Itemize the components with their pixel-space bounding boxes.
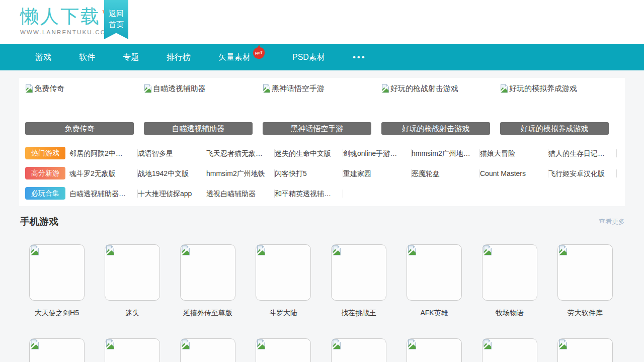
banner-caption[interactable]: 好玩的模拟养成游戏 bbox=[500, 122, 609, 135]
game-thumb-placeholder[interactable] bbox=[407, 244, 462, 301]
nav-item-vector[interactable]: 矢量素材 HOT bbox=[218, 52, 265, 63]
game-card[interactable] bbox=[95, 331, 170, 362]
game-card[interactable]: 大天使之剑H5 bbox=[19, 237, 95, 318]
nav-item-topics[interactable]: 专题 bbox=[123, 52, 139, 63]
view-more-link[interactable]: 查看更多 bbox=[599, 217, 625, 226]
site-logo[interactable]: 懒人下载★ WWW.LANRENTUKU.COM bbox=[20, 5, 112, 35]
logo-subtitle: WWW.LANRENTUKU.COM bbox=[20, 29, 112, 35]
banner-free-legend[interactable]: 免费传奇 免费传奇 bbox=[25, 83, 134, 135]
link-item[interactable]: hmmsim2广州地铁 bbox=[206, 169, 275, 177]
quick-links: 热门游戏 邻居的阿陕2中… 成语智多星 飞天忍者猫无敌… 迷失的生命中文版 剑魂… bbox=[25, 147, 619, 200]
game-title[interactable]: 劳大软件库 bbox=[547, 309, 623, 318]
banner-alt: 自瞄透视辅助器 bbox=[153, 84, 206, 93]
banner-caption[interactable]: 好玩的枪战射击游戏 bbox=[381, 122, 490, 135]
game-thumb-placeholder[interactable] bbox=[180, 338, 235, 362]
nav-item-games[interactable]: 游戏 bbox=[35, 52, 51, 63]
banner-caption[interactable]: 自瞄透视辅助器 bbox=[144, 122, 253, 135]
link-item[interactable]: 透视自瞄辅助器 bbox=[206, 190, 275, 198]
link-item[interactable]: 重建家园 bbox=[343, 169, 412, 177]
link-item[interactable]: 飞行姬安卓汉化版 bbox=[548, 169, 617, 177]
link-item[interactable]: 迷失的生命中文版 bbox=[275, 149, 343, 157]
game-thumb-placeholder[interactable] bbox=[331, 338, 386, 362]
banner-caption[interactable]: 黑神话悟空手游 bbox=[263, 122, 371, 135]
nav-item-more[interactable]: ••• bbox=[353, 52, 366, 62]
nav-item-rankings[interactable]: 排行榜 bbox=[167, 52, 191, 63]
game-thumb-placeholder[interactable] bbox=[180, 244, 235, 301]
game-thumb-placeholder[interactable] bbox=[331, 244, 386, 301]
game-card[interactable] bbox=[19, 331, 95, 362]
banner-sim[interactable]: 好玩的模拟养成游戏 好玩的模拟养成游戏 bbox=[500, 83, 609, 135]
nav-item-software[interactable]: 软件 bbox=[79, 52, 95, 63]
game-title[interactable]: 斗罗大陆 bbox=[246, 309, 321, 318]
link-item[interactable]: 飞天忍者猫无敌… bbox=[206, 149, 275, 157]
link-item[interactable]: hmmsim2广州地… bbox=[412, 149, 480, 157]
game-thumb-placeholder[interactable] bbox=[105, 338, 160, 362]
link-item[interactable]: 闪客快打5 bbox=[275, 169, 343, 177]
game-grid-row2 bbox=[19, 331, 625, 362]
banner-row: 免费传奇 免费传奇 自瞄透视辅助器 自瞄透视辅助器 黑神话悟空手游 黑神话悟空手… bbox=[25, 83, 619, 135]
banner-wukong[interactable]: 黑神话悟空手游 黑神话悟空手游 bbox=[263, 83, 371, 135]
game-card[interactable] bbox=[396, 331, 472, 362]
game-card[interactable] bbox=[170, 331, 246, 362]
game-card[interactable] bbox=[321, 331, 396, 362]
game-thumb-placeholder[interactable] bbox=[557, 338, 613, 362]
tag-must-play[interactable]: 必玩合集 bbox=[25, 187, 65, 200]
game-thumb-placeholder[interactable] bbox=[407, 338, 462, 362]
game-card[interactable] bbox=[547, 331, 623, 362]
link-item[interactable]: 自瞄透视辅助器… bbox=[69, 190, 138, 198]
banner-aim-assist[interactable]: 自瞄透视辅助器 自瞄透视辅助器 bbox=[144, 83, 253, 135]
broken-image-icon bbox=[558, 245, 568, 255]
nav-item-psd[interactable]: PSD素材 bbox=[292, 52, 325, 63]
game-card[interactable]: 劳大软件库 bbox=[547, 237, 623, 318]
game-card[interactable]: 找茬挑战王 bbox=[321, 237, 396, 318]
game-card[interactable]: 迷失 bbox=[95, 237, 170, 318]
broken-image-icon bbox=[332, 339, 341, 349]
link-row-hot-games: 热门游戏 邻居的阿陕2中… 成语智多星 飞天忍者猫无敌… 迷失的生命中文版 剑魂… bbox=[25, 147, 619, 159]
banner-alt: 黑神话悟空手游 bbox=[272, 84, 325, 93]
link-row-collections: 必玩合集 自瞄透视辅助器… 十大推理侦探app 透视自瞄辅助器 和平精英透视辅… bbox=[25, 187, 619, 200]
link-item[interactable]: Count Masters bbox=[480, 169, 548, 177]
link-item[interactable]: 猎人的生存日记… bbox=[548, 149, 617, 157]
game-title[interactable]: 大天使之剑H5 bbox=[19, 309, 95, 318]
game-thumb-placeholder[interactable] bbox=[557, 244, 613, 301]
link-item[interactable]: 魂斗罗2无敌版 bbox=[69, 169, 138, 177]
tag-high-score[interactable]: 高分新游 bbox=[25, 167, 65, 179]
link-item[interactable]: 恶魔轮盘 bbox=[412, 169, 480, 177]
game-card[interactable]: 斗罗大陆 bbox=[246, 237, 321, 318]
tag-hot-games[interactable]: 热门游戏 bbox=[25, 147, 65, 159]
game-thumb-placeholder[interactable] bbox=[256, 244, 311, 301]
game-thumb-placeholder[interactable] bbox=[29, 338, 85, 362]
game-thumb-placeholder[interactable] bbox=[29, 244, 85, 301]
link-item[interactable]: 邻居的阿陕2中… bbox=[69, 149, 138, 157]
broken-image-icon bbox=[25, 84, 33, 93]
link-item[interactable]: 猫娘大冒险 bbox=[480, 149, 548, 157]
game-title[interactable]: 迷失 bbox=[95, 309, 170, 318]
game-thumb-placeholder[interactable] bbox=[256, 338, 311, 362]
game-card[interactable]: 牧场物语 bbox=[472, 237, 547, 318]
mobile-games-header: 手机游戏 查看更多 bbox=[19, 215, 625, 228]
game-card[interactable] bbox=[472, 331, 547, 362]
top-card: 免费传奇 免费传奇 自瞄透视辅助器 自瞄透视辅助器 黑神话悟空手游 黑神话悟空手… bbox=[19, 78, 625, 206]
link-item[interactable]: 和平精英透视辅… bbox=[275, 190, 343, 198]
game-thumb-placeholder[interactable] bbox=[105, 244, 160, 301]
ribbon-line2: 首页 bbox=[104, 19, 128, 30]
game-title[interactable]: 牧场物语 bbox=[472, 309, 547, 318]
game-title[interactable]: AFK英雄 bbox=[396, 309, 472, 318]
game-card[interactable] bbox=[246, 331, 321, 362]
link-item[interactable]: 剑魂online手游… bbox=[343, 149, 412, 157]
game-title[interactable]: 延禧外传至尊版 bbox=[170, 309, 246, 318]
broken-image-icon bbox=[558, 339, 568, 349]
broken-image-icon bbox=[257, 339, 266, 349]
link-row-new-games: 高分新游 魂斗罗2无敌版 战地1942中文版 hmmsim2广州地铁 闪客快打5… bbox=[25, 167, 619, 179]
banner-caption[interactable]: 免费传奇 bbox=[25, 122, 134, 135]
link-item[interactable]: 战地1942中文版 bbox=[138, 169, 206, 177]
game-thumb-placeholder[interactable] bbox=[482, 338, 537, 362]
game-card[interactable]: 延禧外传至尊版 bbox=[170, 237, 246, 318]
link-item[interactable]: 成语智多星 bbox=[138, 149, 206, 157]
game-card[interactable]: AFK英雄 bbox=[396, 237, 472, 318]
banner-shooter[interactable]: 好玩的枪战射击游戏 好玩的枪战射击游戏 bbox=[381, 83, 490, 135]
link-item[interactable]: 十大推理侦探app bbox=[138, 190, 206, 198]
game-thumb-placeholder[interactable] bbox=[482, 244, 537, 301]
game-title[interactable]: 找茬挑战王 bbox=[321, 309, 396, 318]
back-home-ribbon[interactable]: 返回 首页 bbox=[104, 0, 128, 39]
